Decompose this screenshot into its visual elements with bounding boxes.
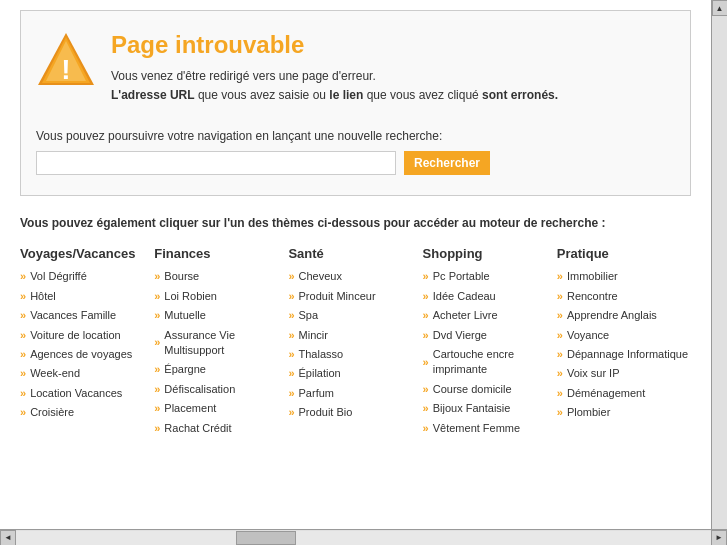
item-label: Dvd Vierge [433, 328, 487, 343]
list-item[interactable]: »Voyance [557, 328, 691, 343]
list-item[interactable]: »Vacances Famille [20, 308, 154, 323]
list-item[interactable]: »Agences de voyages [20, 347, 154, 362]
arrow-icon: » [288, 386, 294, 401]
arrow-icon: » [154, 401, 160, 416]
arrow-icon: » [557, 269, 563, 284]
item-label: Croisière [30, 405, 74, 420]
arrow-icon: » [557, 308, 563, 323]
item-label: Rencontre [567, 289, 618, 304]
arrow-icon: » [423, 421, 429, 436]
list-item[interactable]: »Hôtel [20, 289, 154, 304]
scroll-thumb-bottom [236, 531, 296, 545]
list-item[interactable]: »Produit Bio [288, 405, 422, 420]
item-label: Produit Minceur [299, 289, 376, 304]
list-item[interactable]: »Location Vacances [20, 386, 154, 401]
categories-intro: Vous pouvez également cliquer sur l'un d… [20, 216, 691, 230]
list-item[interactable]: »Bourse [154, 269, 288, 284]
list-item[interactable]: »Plombier [557, 405, 691, 420]
scrollbar-right[interactable]: ▲ ▼ [711, 0, 727, 545]
list-item[interactable]: »Mincir [288, 328, 422, 343]
item-label: Spa [299, 308, 319, 323]
item-label: Apprendre Anglais [567, 308, 657, 323]
warning-triangle-svg: ! [36, 31, 96, 87]
list-item[interactable]: »Placement [154, 401, 288, 416]
list-item[interactable]: »Acheter Livre [423, 308, 557, 323]
list-item[interactable]: »Mutuelle [154, 308, 288, 323]
list-item[interactable]: »Cheveux [288, 269, 422, 284]
list-item[interactable]: »Spa [288, 308, 422, 323]
item-label: Voix sur IP [567, 366, 620, 381]
categories-grid: Voyages/Vacances»Vol Dégriffé»Hôtel»Vaca… [20, 246, 691, 440]
list-item[interactable]: »Loi Robien [154, 289, 288, 304]
error-title: Page introuvable [111, 31, 558, 59]
arrow-icon: » [288, 289, 294, 304]
list-item[interactable]: »Cartouche encre imprimante [423, 347, 557, 378]
list-item[interactable]: »Dvd Vierge [423, 328, 557, 343]
sont-errones: sont erronés. [482, 88, 558, 102]
arrow-icon: » [423, 401, 429, 416]
item-label: Vêtement Femme [433, 421, 520, 436]
category-column: Pratique»Immobilier»Rencontre»Apprendre … [557, 246, 691, 440]
arrow-icon: » [423, 328, 429, 343]
category-title: Shopping [423, 246, 557, 261]
scroll-right-arrow[interactable]: ► [711, 530, 727, 546]
list-item[interactable]: »Épargne [154, 362, 288, 377]
list-item[interactable]: »Assurance Vie Multisupport [154, 328, 288, 359]
item-label: Cheveux [299, 269, 342, 284]
list-item[interactable]: »Croisière [20, 405, 154, 420]
scroll-track-bottom [16, 531, 711, 545]
arrow-icon: » [557, 386, 563, 401]
list-item[interactable]: »Produit Minceur [288, 289, 422, 304]
arrow-icon: » [423, 355, 429, 370]
item-label: Mincir [299, 328, 328, 343]
list-item[interactable]: »Dépannage Informatique [557, 347, 691, 362]
list-item[interactable]: »Thalasso [288, 347, 422, 362]
arrow-icon: » [20, 328, 26, 343]
arrow-icon: » [288, 347, 294, 362]
item-label: Vacances Famille [30, 308, 116, 323]
arrow-icon: » [288, 308, 294, 323]
list-item[interactable]: »Immobilier [557, 269, 691, 284]
item-label: Hôtel [30, 289, 56, 304]
item-label: Thalasso [299, 347, 344, 362]
list-item[interactable]: »Week-end [20, 366, 154, 381]
list-item[interactable]: »Voix sur IP [557, 366, 691, 381]
error-line2: L'adresse URL que vous avez saisie ou le… [111, 88, 558, 102]
scroll-up-arrow[interactable]: ▲ [712, 0, 728, 16]
list-item[interactable]: »Course domicile [423, 382, 557, 397]
arrow-icon: » [557, 405, 563, 420]
list-item[interactable]: »Vêtement Femme [423, 421, 557, 436]
item-label: Assurance Vie Multisupport [164, 328, 288, 359]
scrollbar-bottom[interactable]: ◄ ► [0, 529, 727, 545]
item-label: Produit Bio [299, 405, 353, 420]
arrow-icon: » [423, 308, 429, 323]
arrow-icon: » [557, 347, 563, 362]
list-item[interactable]: »Défiscalisation [154, 382, 288, 397]
category-title: Finances [154, 246, 288, 261]
item-label: Épargne [164, 362, 206, 377]
list-item[interactable]: »Épilation [288, 366, 422, 381]
list-item[interactable]: »Vol Dégriffé [20, 269, 154, 284]
list-item[interactable]: »Idée Cadeau [423, 289, 557, 304]
list-item[interactable]: »Rencontre [557, 289, 691, 304]
arrow-icon: » [423, 382, 429, 397]
search-row: Rechercher [36, 151, 670, 175]
list-item[interactable]: »Parfum [288, 386, 422, 401]
arrow-icon: » [557, 289, 563, 304]
list-item[interactable]: »Rachat Crédit [154, 421, 288, 436]
search-button[interactable]: Rechercher [404, 151, 490, 175]
item-label: Course domicile [433, 382, 512, 397]
list-item[interactable]: »Déménagement [557, 386, 691, 401]
item-label: Épilation [299, 366, 341, 381]
list-item[interactable]: »Bijoux Fantaisie [423, 401, 557, 416]
search-input[interactable] [36, 151, 396, 175]
error-box: ! Page introuvable Vous venez d'être red… [20, 10, 691, 196]
item-label: Week-end [30, 366, 80, 381]
arrow-icon: » [154, 308, 160, 323]
scroll-left-arrow[interactable]: ◄ [0, 530, 16, 546]
error-description: Vous venez d'être redirigé vers une page… [111, 67, 558, 105]
error-text-block: Page introuvable Vous venez d'être redir… [111, 31, 558, 105]
list-item[interactable]: »Pc Portable [423, 269, 557, 284]
list-item[interactable]: »Apprendre Anglais [557, 308, 691, 323]
list-item[interactable]: »Voiture de location [20, 328, 154, 343]
